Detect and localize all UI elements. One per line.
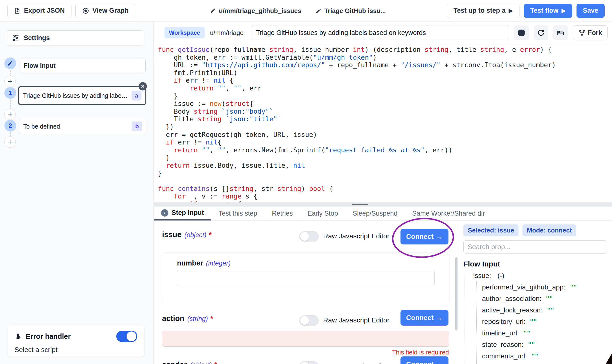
action-input-invalid[interactable] [162, 331, 449, 347]
error-handler-subtitle[interactable]: Select a script [14, 346, 137, 354]
toggle-knob [300, 362, 309, 364]
resize-handle[interactable] [352, 204, 368, 205]
close-icon[interactable]: ✕ [139, 82, 147, 91]
step-node-2[interactable]: To be defined b [19, 119, 146, 134]
code-line: gh_token, err := wmill.GetVariable("u/mm… [158, 53, 612, 61]
flow-title-breadcrumb[interactable]: Triage GitHub issu... [316, 7, 386, 15]
refresh-icon [537, 29, 545, 37]
arrow-right-icon: → [436, 233, 443, 241]
code-line: } [158, 92, 612, 100]
error-handler-toggle[interactable] [116, 331, 137, 342]
add-step-button[interactable]: + [4, 136, 16, 148]
tab-same-worker-shared-dir[interactable]: Same Worker/Shared dir [405, 207, 492, 221]
save-button[interactable]: Save [576, 4, 605, 18]
eye-icon [82, 7, 89, 14]
issue-raw-editor-toggle[interactable] [299, 231, 319, 242]
add-step-button[interactable]: + [4, 109, 16, 120]
prop-row[interactable]: repository_url:"" [482, 316, 607, 327]
prop-row[interactable]: author_association:"" [482, 293, 607, 304]
bottom-panel: iStep InputTest this stepRetriesEarly St… [154, 207, 612, 364]
flow-input-label: Flow Input [24, 62, 141, 69]
plus-icon: + [8, 110, 13, 119]
plus-icon: + [8, 138, 13, 147]
sleep-button[interactable] [553, 26, 568, 40]
view-graph-button[interactable]: View Graph [75, 4, 135, 18]
issue-field-label: issue(object)* [162, 230, 212, 239]
code-line: return issue.Body, issue.Title, nil [158, 162, 612, 169]
prop-row[interactable]: comments_url:"" [482, 350, 607, 362]
issue-raw-editor-label: Raw Javascript Editor [323, 232, 389, 240]
export-json-button[interactable]: Export JSON [7, 4, 71, 18]
sender-field-label: sender(object)* [162, 360, 217, 364]
number-input[interactable] [177, 270, 434, 286]
step-node-1[interactable]: Triage GitHub issues by adding labels ..… [18, 86, 146, 105]
form-scrollbar[interactable] [455, 257, 458, 330]
prop-row[interactable]: active_lock_reason:"" [482, 304, 607, 316]
close-glyph: ✕ [141, 84, 145, 89]
test-up-to-step-button[interactable]: Test up to step a ▶ [447, 4, 519, 18]
action-raw-editor-toggle[interactable] [299, 315, 319, 326]
sidebar: Settings Flow Input + ✕ 1 Triage GitHub … [0, 22, 154, 364]
workspace-badge[interactable]: Workspace [165, 27, 205, 38]
prop-row[interactable]: state_reason:"" [482, 339, 607, 350]
step-1-label: Triage GitHub issues by adding labels ..… [23, 92, 128, 99]
code-line: fmt.Println(URL) [158, 69, 612, 77]
code-line: issue := new(struct{ [158, 100, 612, 108]
code-line: for _, v := range s { [158, 192, 612, 200]
code-editor[interactable]: func getIssue(repo_fullname string, issu… [154, 44, 612, 202]
action-required-error: This field is required [162, 349, 449, 356]
tab-step-input[interactable]: iStep Input [154, 207, 211, 221]
step-2-badge: b [132, 121, 142, 131]
issue-connect-button[interactable]: Connect→ [401, 229, 448, 245]
prop-key: author_association: [482, 295, 542, 303]
panel-split-strip [154, 202, 612, 207]
selected-badge: Selected: issue [463, 224, 518, 236]
flow-path-breadcrumb[interactable]: u/mm/triage_github_issues [210, 7, 301, 15]
search-prop-input[interactable] [463, 240, 607, 254]
test-flow-button[interactable]: Test flow ▶ [524, 4, 572, 18]
prop-row[interactable]: labels_url:"" [482, 362, 607, 364]
pencil-icon [7, 60, 13, 66]
prop-row[interactable]: timeline_url:"" [482, 327, 607, 339]
prop-value: "" [528, 341, 535, 348]
flow-input-node[interactable]: Flow Input [20, 58, 146, 73]
pencil-icon [210, 8, 216, 14]
issue-object-box: number(integer) [162, 253, 449, 302]
stop-button[interactable] [514, 26, 529, 40]
tab-retries[interactable]: Retries [265, 207, 300, 221]
mouse-cursor [606, 353, 612, 364]
export-icon [14, 7, 21, 14]
tab-sleep-suspend[interactable]: Sleep/Suspend [345, 207, 405, 221]
code-line: if v == str { [158, 200, 612, 202]
add-step-button[interactable]: + [4, 76, 16, 87]
code-line: }) [158, 123, 612, 131]
code-line: func contains(s []string, str string) bo… [158, 185, 612, 193]
topbar: Export JSON View Graph u/mm/triage_githu… [0, 0, 612, 22]
tree-item-issue[interactable]: issue: (-) [463, 270, 607, 281]
tabbar: iStep InputTest this stepRetriesEarly St… [154, 207, 612, 221]
step-input-form: issue(object)* Raw Javascript Editor Con… [154, 221, 460, 364]
flow-path-prefix: u/mm/triage [210, 29, 244, 37]
play-icon: ▶ [509, 8, 513, 13]
tab-early-stop[interactable]: Early Stop [300, 207, 345, 221]
code-line: Title string `json:"title"` [158, 115, 612, 123]
prop-key: active_lock_reason: [482, 306, 542, 314]
sender-connect-button[interactable]: Connect→ [401, 356, 448, 364]
step-2-number: 2 [4, 120, 16, 131]
prop-value: "" [523, 330, 530, 337]
flow-header-row: Workspace u/mm/triage Fork [154, 22, 612, 44]
export-json-label: Export JSON [24, 7, 65, 14]
toggle-knob [126, 331, 136, 341]
prop-key: repository_url: [482, 318, 525, 326]
action-connect-button[interactable]: Connect→ [401, 310, 448, 326]
refresh-button[interactable] [534, 26, 548, 40]
tab-test-this-step[interactable]: Test this step [211, 207, 265, 221]
settings-button[interactable]: Settings [6, 30, 144, 45]
prop-value: "" [531, 353, 539, 360]
sender-raw-editor-toggle[interactable] [299, 361, 319, 364]
fork-button[interactable]: Fork [573, 26, 608, 40]
prop-row[interactable]: performed_via_github_app:"" [482, 281, 607, 293]
summary-input[interactable] [251, 25, 509, 40]
test-flow-label: Test flow [530, 7, 558, 14]
code-line: return "", "", errors.New(fmt.Sprintf("r… [158, 146, 612, 154]
